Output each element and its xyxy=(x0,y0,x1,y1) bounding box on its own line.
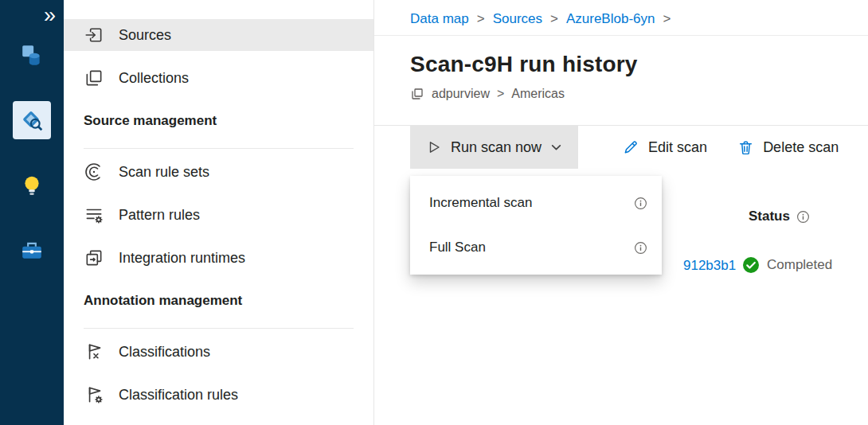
data-map-icon xyxy=(20,43,44,67)
run-scan-label: Run scan now xyxy=(451,139,542,156)
collections-icon xyxy=(84,68,104,88)
sidebar-item-label: Pattern rules xyxy=(119,207,200,224)
sidebar-item-label: Integration runtimes xyxy=(119,250,245,267)
sidebar-section-annotation-management: Annotation management xyxy=(64,285,373,317)
sidebar-item-label: Scan rule sets xyxy=(119,164,209,181)
breadcrumb-azureblob[interactable]: AzureBlob-6yn xyxy=(566,11,655,27)
toolbox-icon xyxy=(20,239,44,263)
trash-icon xyxy=(737,139,754,156)
sources-icon xyxy=(84,25,104,45)
info-icon[interactable] xyxy=(634,241,647,255)
double-chevron-icon: » xyxy=(44,3,56,27)
sidebar-item-classification-rules[interactable]: Classification rules xyxy=(64,379,373,411)
command-bar: Run scan now Edit scan xyxy=(374,125,868,169)
run-scan-dropdown-menu: Incremental scan Full Scan xyxy=(410,176,662,275)
edit-scan-button[interactable]: Edit scan xyxy=(612,126,718,169)
delete-scan-label: Delete scan xyxy=(763,139,839,156)
sidebar-item-sources[interactable]: Sources xyxy=(64,19,373,51)
info-icon[interactable] xyxy=(634,197,647,210)
collection-separator: > xyxy=(497,87,504,101)
status-cell: Completed xyxy=(742,256,832,274)
run-id-link[interactable]: 912b3b1 xyxy=(683,258,736,274)
status-column-header: Status xyxy=(749,209,810,224)
menu-item-label: Incremental scan xyxy=(429,195,532,211)
breadcrumb-separator: > xyxy=(663,11,671,27)
run-scan-now-button[interactable]: Run scan now xyxy=(410,126,578,169)
sidebar-item-label: Classification rules xyxy=(119,387,238,404)
status-header-label: Status xyxy=(749,209,790,224)
page-title: Scan-c9H run history xyxy=(410,52,868,77)
sidebar-section-source-management: Source management xyxy=(64,105,373,137)
sidebar-item-pattern-rules[interactable]: Pattern rules xyxy=(64,199,373,231)
section-header-label: Annotation management xyxy=(84,293,242,309)
rail-item-data-map[interactable] xyxy=(13,36,51,74)
purview-app: » xyxy=(0,0,868,425)
pattern-rules-icon xyxy=(84,205,104,225)
delete-scan-button[interactable]: Delete scan xyxy=(726,126,850,169)
app-rail: » xyxy=(0,0,64,425)
edit-scan-label: Edit scan xyxy=(648,139,707,156)
chevron-down-icon xyxy=(550,142,562,154)
scan-rule-sets-icon xyxy=(84,162,104,182)
classification-rules-icon xyxy=(84,384,104,405)
section-header-label: Source management xyxy=(84,113,217,129)
play-icon xyxy=(426,139,442,155)
breadcrumb-separator: > xyxy=(477,11,485,27)
completed-check-icon xyxy=(742,256,760,274)
sidebar-item-classifications[interactable]: Classifications xyxy=(64,336,373,368)
scan-icon xyxy=(20,108,44,132)
info-icon[interactable] xyxy=(796,210,810,224)
menu-item-full-scan[interactable]: Full Scan xyxy=(410,225,662,270)
breadcrumb-separator: > xyxy=(550,11,558,27)
status-label: Completed xyxy=(767,257,832,273)
sidebar-item-integration-runtimes[interactable]: Integration runtimes xyxy=(64,242,373,274)
lightbulb-icon xyxy=(20,174,44,197)
classifications-icon xyxy=(84,341,104,362)
sidebar-item-collections[interactable]: Collections xyxy=(64,62,373,94)
sidebar-item-scan-rule-sets[interactable]: Scan rule sets xyxy=(64,156,373,188)
sidebar-item-label: Collections xyxy=(119,70,189,87)
breadcrumb-sources[interactable]: Sources xyxy=(493,11,542,27)
collection-path: adpurview > Americas xyxy=(410,87,868,101)
breadcrumb: Data map > Sources > AzureBlob-6yn > xyxy=(374,0,868,36)
breadcrumb-data-map[interactable]: Data map xyxy=(410,11,469,27)
main-content: Data map > Sources > AzureBlob-6yn > Sca… xyxy=(374,0,868,425)
rail-item-scans[interactable] xyxy=(13,101,51,139)
collection-icon xyxy=(410,87,424,101)
menu-item-incremental-scan[interactable]: Incremental scan xyxy=(410,181,662,225)
integration-runtimes-icon xyxy=(84,248,104,268)
expand-nav-button[interactable]: » xyxy=(44,5,56,26)
divider xyxy=(84,148,354,149)
menu-item-label: Full Scan xyxy=(429,240,486,255)
scan-nav-sidebar: Sources Collections Source management Sc… xyxy=(64,0,374,425)
collection-root: adpurview xyxy=(432,87,490,101)
sidebar-item-label: Classifications xyxy=(119,344,210,361)
sidebar-item-label: Sources xyxy=(119,27,171,44)
rail-item-insights[interactable] xyxy=(13,166,51,205)
collection-child: Americas xyxy=(511,87,565,101)
rail-item-management[interactable] xyxy=(13,232,51,270)
edit-pencil-icon xyxy=(623,139,639,156)
divider xyxy=(84,328,354,329)
